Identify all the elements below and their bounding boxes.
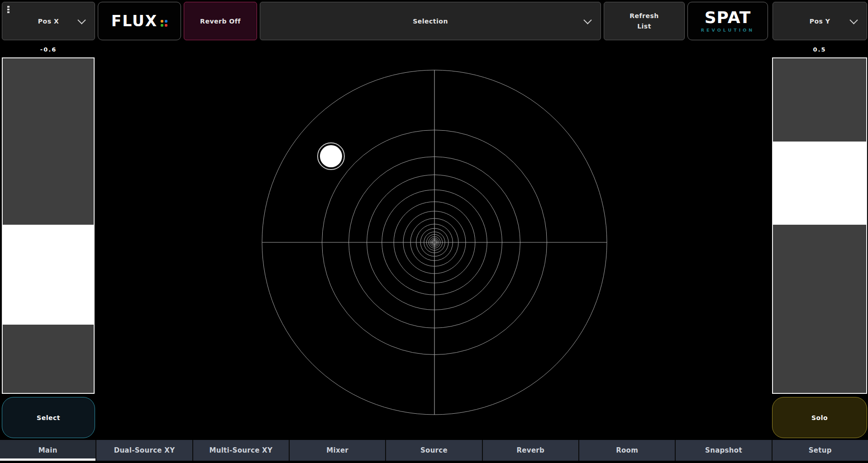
tab-main[interactable]: Main xyxy=(0,440,96,461)
select-button[interactable]: Select xyxy=(2,397,95,438)
selection-dropdown-label: Selection xyxy=(260,18,601,25)
spat-logo-title: SPAT xyxy=(705,9,751,26)
refresh-list-line2: List xyxy=(637,23,651,30)
radar-display[interactable] xyxy=(0,0,868,463)
tab-mixer[interactable]: Mixer xyxy=(290,440,386,461)
reverb-off-label: Reverb Off xyxy=(200,18,241,25)
tab-room[interactable]: Room xyxy=(579,440,676,461)
solo-button[interactable]: Solo xyxy=(772,397,867,438)
pos-x-fader-fill xyxy=(3,225,94,325)
flux-dot xyxy=(161,24,163,27)
tab-bar: MainDual-Source XYMulti-Source XYMixerSo… xyxy=(0,440,868,461)
pos-x-value: -0.6 xyxy=(2,45,95,54)
spat-logo-subtitle: REVOLUTION xyxy=(701,28,755,33)
tab-dual-source-xy[interactable]: Dual-Source XY xyxy=(96,440,193,461)
source-dot[interactable] xyxy=(320,145,342,167)
reverb-off-button[interactable]: Reverb Off xyxy=(184,2,257,40)
pos-y-fader-fill xyxy=(773,142,866,225)
spat-controller-app: Pos X FLUX Reverb Off Selection Refresh … xyxy=(0,0,868,463)
menu-dots-icon[interactable] xyxy=(7,6,10,13)
flux-logo-wrap: FLUX xyxy=(111,12,168,30)
tab-multi-source-xy[interactable]: Multi-Source XY xyxy=(193,440,290,461)
pos-x-fader[interactable] xyxy=(2,57,95,394)
flux-dot xyxy=(165,20,167,23)
tab-source[interactable]: Source xyxy=(386,440,482,461)
pos-y-value: 0.5 xyxy=(772,45,867,54)
pos-y-dropdown[interactable]: Pos Y xyxy=(773,2,867,40)
flux-dot xyxy=(161,20,163,23)
tab-snapshot[interactable]: Snapshot xyxy=(676,440,772,461)
selection-dropdown[interactable]: Selection xyxy=(260,2,601,40)
refresh-list-line1: Refresh xyxy=(630,12,659,19)
pos-x-dropdown[interactable]: Pos X xyxy=(2,2,95,40)
flux-dots-icon xyxy=(161,20,167,27)
spat-logo: SPAT REVOLUTION xyxy=(687,2,768,40)
refresh-list-button[interactable]: Refresh List xyxy=(604,2,685,40)
flux-logo-text: FLUX xyxy=(111,12,158,30)
tab-reverb[interactable]: Reverb xyxy=(483,440,579,461)
flux-logo: FLUX xyxy=(98,2,181,40)
flux-dot xyxy=(165,24,167,27)
pos-y-fader[interactable] xyxy=(772,57,867,394)
tab-setup[interactable]: Setup xyxy=(773,440,868,461)
